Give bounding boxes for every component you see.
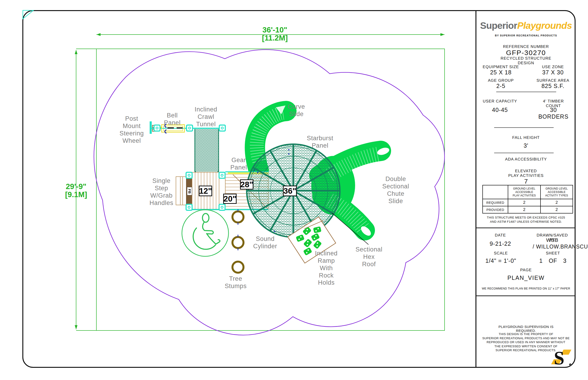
print-note: WE RECOMMEND THIS PLAN BE PRINTED ON 11"…	[476, 287, 576, 290]
surface-area-label: SURFACE AREA	[537, 78, 569, 83]
callout-20in: 20"	[223, 194, 237, 204]
scale-value: 1/4" = 1'-0"	[485, 257, 516, 264]
table-col-play: GROUND LEVEL ACCESSIBLE PLAY ACTIVITIES	[508, 185, 541, 199]
elevated-value: 7	[524, 178, 528, 185]
label-tree-stumps: Tree Stumps	[225, 275, 247, 290]
date-value: 9-21-22	[489, 240, 511, 247]
age-group-value: 2-5	[496, 83, 505, 89]
table-row-required: REQUIRED 2 2	[483, 199, 573, 206]
sheet-label: SHEET	[546, 251, 560, 256]
sheet-value: 1 OF 3	[539, 257, 567, 264]
page-value: PLAN_VIEW	[507, 275, 545, 281]
label-sound-cylinder: Sound Cylinder	[253, 235, 277, 250]
label-inclined-crawl-tunnel: Inclined Crawl Tunnel	[195, 106, 217, 128]
label-curve-slide: Curve Slide	[288, 103, 305, 118]
table-corner-cell	[483, 185, 508, 199]
table-row-provided: PROVIDED 2 2	[483, 206, 573, 213]
reference-subtitle: RECYCLED STRUCTURE DESIGN	[495, 56, 557, 65]
label-single-step: Single Step W/Grab Handles	[149, 177, 173, 207]
titleblock-divider	[476, 11, 476, 367]
callout-12in: 12"	[199, 186, 212, 196]
reference-number: GFP-30270	[506, 49, 546, 57]
logo-dot	[569, 363, 571, 366]
age-group-label: AGE GROUP	[488, 78, 514, 83]
label-post-mount-steering-wheel: Post Mount Steering Wheel	[119, 115, 144, 144]
drawn-initials: WSB	[546, 237, 558, 243]
single-step-deck	[176, 177, 186, 205]
table-col-types: GROUND LEVEL ACCESSIBLE ACTIVITY TYPES	[541, 185, 573, 199]
section-divider-2	[476, 295, 576, 296]
label-starburst-panel: Starburst Panel	[307, 135, 334, 150]
section-divider-1	[476, 228, 576, 228]
brand-word-superior: Superior	[480, 20, 517, 31]
rule-2	[494, 127, 554, 128]
fall-height-value: 3'	[524, 142, 528, 149]
accessibility-table: GROUND LEVEL ACCESSIBLE PLAY ACTIVITIES …	[483, 185, 573, 213]
equipment-size-value: 25 X 18	[490, 69, 511, 76]
dimension-height: 29'-9" [9.1M]	[53, 183, 99, 199]
tree-stumps	[232, 209, 244, 273]
corner-mark	[23, 10, 33, 19]
brand-word-playgrounds: Playgrounds	[517, 20, 572, 31]
equipment-size-label: EQUIPMENT SIZE	[483, 65, 519, 69]
rule-1	[496, 92, 556, 92]
elevated-label: ELEVATED PLAY ACTIVITIES	[508, 169, 544, 178]
callout-36in: 36"	[283, 186, 297, 196]
drawn-name: / WILLOW.BRANSCUM	[533, 244, 588, 250]
ada-label: ADA ACCESSIBILITY	[505, 157, 547, 162]
label-double-chute-slide: Double Sectional Chute Slide	[382, 175, 409, 205]
compliance-note: THIS STRUCTURE MEETS OR EXCEEDS CPSC #32…	[478, 216, 574, 224]
date-label: DATE	[495, 233, 506, 238]
dimension-width: 36'-10" [11.2M]	[245, 26, 305, 42]
use-zone-label: USE ZONE	[542, 65, 564, 69]
callout-fb: FB	[187, 187, 192, 195]
label-inclined-ramp: Inclined Ramp With Rock Holds	[315, 250, 337, 286]
use-zone-value: 37 X 30	[542, 69, 564, 76]
rule-3	[494, 153, 554, 153]
user-capacity-value: 40-45	[492, 107, 508, 113]
brand-logo: SuperiorPlaygrounds	[480, 20, 572, 31]
fall-height-label: FALL HEIGHT	[512, 135, 540, 140]
surface-area-value: 825 S.F.	[541, 83, 565, 89]
scale-label: SCALE	[494, 251, 508, 256]
timber-count-value: 30 BORDERS	[536, 107, 571, 120]
supervision-note: PLAYGROUND SUPERVISION IS REQUIRED.	[495, 325, 557, 333]
label-sectional-hex-roof: Sectional Hex Roof	[356, 246, 382, 268]
label-gear-panel: Gear Panel	[230, 157, 247, 171]
page-label: PAGE	[520, 268, 532, 272]
reference-label: REFERENCE NUMBER	[503, 44, 549, 49]
label-bell-panel: Bell Panel	[164, 112, 181, 127]
user-capacity-label: USER CAPACITY	[483, 99, 517, 104]
plan-sheet: 36'-10" [11.2M] 29'-9" [9.1M] Post Mount…	[0, 0, 588, 380]
callout-28in: 28"	[240, 179, 253, 190]
brand-tagline: BY SUPERIOR RECREATIONAL PRODUCTS	[495, 34, 557, 37]
srp-logo-mark: S	[552, 349, 573, 368]
wheelchair-accessible-symbol	[182, 210, 229, 256]
inclined-crawl-tunnel	[195, 129, 219, 177]
logo-letter-s: S	[554, 347, 565, 369]
